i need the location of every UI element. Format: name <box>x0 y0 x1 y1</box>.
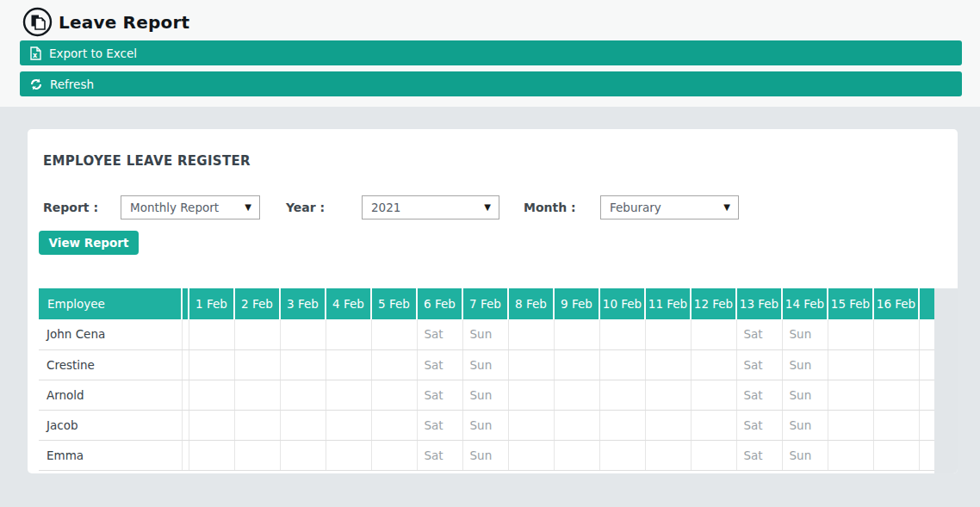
leave-day-cell <box>645 410 691 440</box>
column-separator <box>182 440 189 470</box>
clipped-cell <box>919 380 934 410</box>
refresh-icon <box>30 78 42 90</box>
leave-day-cell <box>691 349 736 380</box>
employee-name-cell: Emma <box>39 440 182 470</box>
table-row: JacobSatSunSatSun <box>39 410 934 440</box>
leave-day-cell <box>508 349 554 380</box>
year-select-value: 2021 <box>371 201 400 214</box>
column-separator <box>182 410 189 440</box>
leave-day-cell: Sun <box>782 349 828 380</box>
leave-day-cell <box>691 380 736 410</box>
month-select[interactable]: Feburary ▼ <box>600 195 739 219</box>
leave-day-cell <box>873 319 919 349</box>
leave-day-cell <box>189 319 234 349</box>
leave-day-cell <box>828 440 873 470</box>
leave-day-cell <box>828 410 873 440</box>
svg-text:x: x <box>33 51 38 59</box>
leave-day-cell <box>554 319 599 349</box>
leave-day-cell <box>371 380 417 410</box>
leave-day-cell <box>554 410 599 440</box>
column-separator <box>182 380 189 410</box>
export-to-excel-label: Export to Excel <box>49 46 137 60</box>
leave-day-cell <box>189 380 234 410</box>
clipped-cell <box>919 349 934 380</box>
date-column-header: 16 Feb <box>873 288 919 319</box>
leave-day-cell <box>873 349 919 380</box>
column-separator <box>182 288 189 319</box>
table-header-row: Employee1 Feb2 Feb3 Feb4 Feb5 Feb6 Feb7 … <box>39 288 934 319</box>
refresh-button[interactable]: Refresh <box>20 71 962 96</box>
employee-column-header: Employee <box>39 288 182 319</box>
leave-day-cell: Sat <box>736 380 782 410</box>
date-column-header: 10 Feb <box>599 288 645 319</box>
page-title: Leave Report <box>59 12 189 33</box>
clipped-cell <box>919 319 934 349</box>
date-column-header: 5 Feb <box>371 288 417 319</box>
leave-day-cell <box>280 380 326 410</box>
date-column-header: 2 Feb <box>234 288 280 319</box>
export-to-excel-button[interactable]: x Export to Excel <box>20 40 962 65</box>
leave-day-cell: Sun <box>782 380 828 410</box>
view-report-button[interactable]: View Report <box>39 231 139 255</box>
leave-day-cell: Sat <box>736 410 782 440</box>
table-row: ArnoldSatSunSatSun <box>39 380 934 410</box>
table-row: CrestineSatSunSatSun <box>39 349 934 380</box>
leave-day-cell <box>280 410 326 440</box>
year-select[interactable]: 2021 ▼ <box>362 195 499 219</box>
leave-day-cell <box>873 380 919 410</box>
leave-day-cell: Sat <box>417 319 462 349</box>
leave-day-cell <box>189 410 234 440</box>
leave-day-cell: Sun <box>462 410 508 440</box>
leave-day-cell <box>234 410 280 440</box>
leave-day-cell <box>326 349 371 380</box>
leave-day-cell <box>280 349 326 380</box>
vertical-scrollbar-track[interactable] <box>934 288 958 473</box>
leave-day-cell <box>599 349 645 380</box>
report-select-value: Monthly Report <box>130 201 219 214</box>
leave-day-cell <box>280 319 326 349</box>
leave-day-cell: Sat <box>417 380 462 410</box>
leave-day-cell <box>645 380 691 410</box>
date-column-header: 12 Feb <box>691 288 736 319</box>
leave-day-cell <box>371 319 417 349</box>
leave-day-cell: Sun <box>782 440 828 470</box>
report-label: Report : <box>43 195 98 219</box>
leave-day-cell: Sun <box>462 380 508 410</box>
chevron-down-icon: ▼ <box>484 202 491 212</box>
date-column-header: 13 Feb <box>736 288 782 319</box>
leave-day-cell <box>599 410 645 440</box>
leave-day-cell: Sun <box>782 319 828 349</box>
excel-file-icon: x <box>30 46 41 60</box>
leave-day-cell <box>508 440 554 470</box>
leave-day-cell <box>371 440 417 470</box>
employee-name-cell: Arnold <box>39 380 182 410</box>
table-row: John CenaSatSunSatSun <box>39 319 934 349</box>
leave-day-cell <box>599 380 645 410</box>
leave-day-cell <box>828 380 873 410</box>
leave-report-icon <box>22 7 53 37</box>
leave-day-cell <box>828 349 873 380</box>
leave-day-cell <box>371 349 417 380</box>
leave-day-cell <box>508 319 554 349</box>
date-column-header: 11 Feb <box>645 288 691 319</box>
leave-day-cell <box>645 319 691 349</box>
column-separator <box>182 349 189 380</box>
leave-day-cell <box>691 440 736 470</box>
report-select[interactable]: Monthly Report ▼ <box>121 195 260 219</box>
leave-day-cell <box>645 349 691 380</box>
leave-day-cell: Sun <box>782 410 828 440</box>
clipped-cell <box>919 440 934 470</box>
leave-day-cell <box>691 319 736 349</box>
date-column-header: 9 Feb <box>554 288 599 319</box>
leave-table: Employee1 Feb2 Feb3 Feb4 Feb5 Feb6 Feb7 … <box>39 288 934 471</box>
date-column-header: 6 Feb <box>417 288 462 319</box>
leave-day-cell <box>280 440 326 470</box>
leave-day-cell: Sun <box>462 349 508 380</box>
date-column-header: 7 Feb <box>462 288 508 319</box>
leave-day-cell <box>189 349 234 380</box>
leave-day-cell: Sat <box>736 440 782 470</box>
date-column-header: 3 Feb <box>280 288 326 319</box>
employee-name-cell: Crestine <box>39 349 182 380</box>
chevron-down-icon: ▼ <box>723 202 730 212</box>
panel-title: EMPLOYEE LEAVE REGISTER <box>43 153 251 169</box>
